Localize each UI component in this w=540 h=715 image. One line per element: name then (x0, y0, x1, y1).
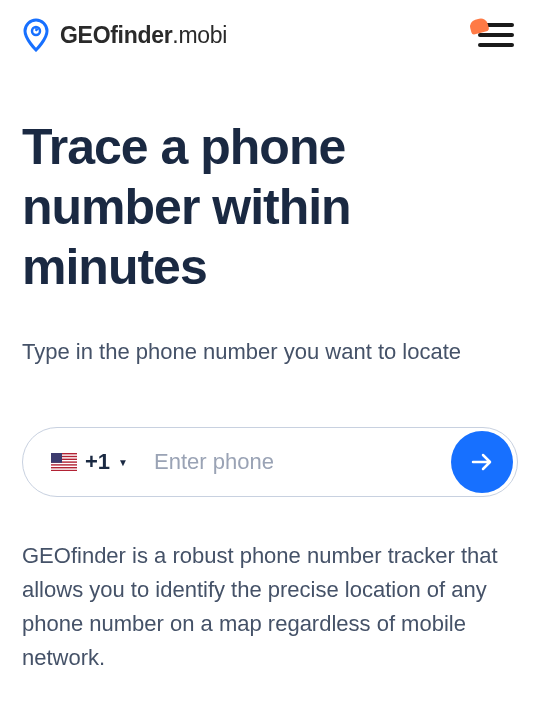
description-text: GEOfinder is a robust phone number track… (22, 539, 518, 675)
country-code-text: +1 (85, 449, 110, 475)
logo[interactable]: GEOfinder.mobi (22, 18, 227, 52)
hero-title: Trace a phone number within minutes (22, 117, 518, 297)
phone-input-container: +1 ▼ (22, 427, 518, 497)
menu-button[interactable] (478, 23, 518, 47)
chevron-down-icon: ▼ (118, 457, 128, 468)
svg-rect-8 (51, 453, 62, 463)
location-pin-icon (22, 18, 50, 52)
country-code-selector[interactable]: +1 ▼ (51, 449, 142, 475)
svg-rect-7 (51, 468, 77, 469)
phone-number-input[interactable] (142, 449, 451, 475)
us-flag-icon (51, 453, 77, 471)
logo-text: GEOfinder.mobi (60, 22, 227, 49)
header: GEOfinder.mobi (22, 18, 518, 52)
submit-button[interactable] (451, 431, 513, 493)
svg-rect-5 (51, 463, 77, 464)
hero-subtitle: Type in the phone number you want to loc… (22, 335, 518, 369)
svg-rect-6 (51, 466, 77, 467)
arrow-right-icon (471, 453, 493, 471)
